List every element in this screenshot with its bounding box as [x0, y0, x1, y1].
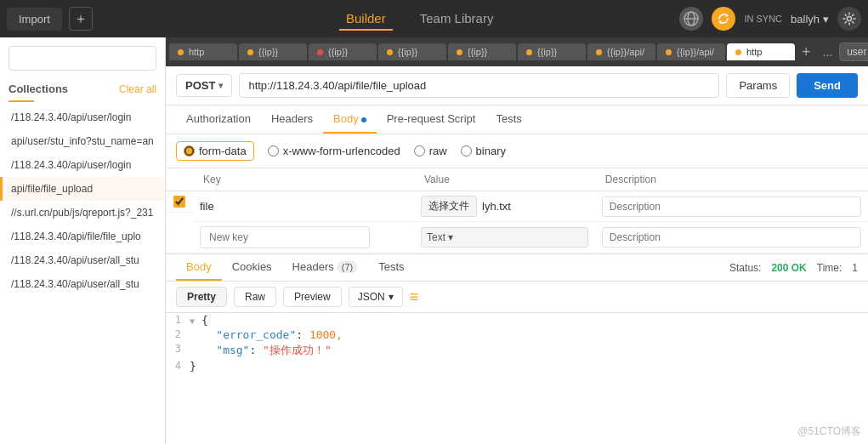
- file-choose-button[interactable]: 选择文件: [421, 196, 477, 217]
- body-option-radio[interactable]: [414, 145, 425, 157]
- content-area: http{{ip}}{{ip}}{{ip}}{{ip}}{{ip}}{{ip}}…: [166, 37, 868, 444]
- new-description-input[interactable]: [602, 227, 861, 248]
- sidebar-search-input[interactable]: [9, 46, 156, 71]
- tab-label: {{ip}}: [328, 47, 348, 57]
- sub-tab-badge: [361, 117, 366, 122]
- tab-status-dot: [666, 49, 672, 55]
- tab-item[interactable]: http: [727, 43, 795, 60]
- user-name: ballyh: [791, 13, 820, 26]
- body-option-label: binary: [476, 145, 506, 157]
- request-bar: POST ▾ Params Send: [166, 66, 868, 105]
- code-line: 3 "msg": "操作成功！": [166, 342, 868, 359]
- wrap-button[interactable]: ≡: [410, 288, 419, 306]
- preview-button[interactable]: Preview: [283, 287, 342, 307]
- body-option-x-www-form-urlencoded[interactable]: x-www-form-urlencoded: [268, 145, 400, 157]
- tab-label: {{ip}}: [537, 47, 557, 57]
- new-tab-button[interactable]: ＋: [69, 7, 93, 31]
- sidebar-item[interactable]: api/user/stu_info?stu_name=an: [0, 129, 165, 153]
- tab-add-button[interactable]: +: [797, 43, 816, 61]
- top-bar-center: Builder Team Library: [167, 8, 672, 31]
- settings-button[interactable]: [837, 7, 861, 31]
- response-tab[interactable]: Cookies: [222, 254, 282, 281]
- import-button[interactable]: Import: [7, 8, 62, 31]
- form-row-description-input[interactable]: [602, 196, 861, 217]
- response-tab[interactable]: Headers(7): [282, 254, 369, 281]
- form-new-row: Text ▾: [166, 222, 868, 253]
- sub-tab[interactable]: Body: [323, 105, 377, 134]
- form-table-wrapper: Key Value Description file选择文件lyh.txtTex…: [166, 168, 868, 254]
- raw-button[interactable]: Raw: [234, 287, 276, 307]
- user-menu-button[interactable]: ballyh ▾: [791, 13, 829, 26]
- sidebar-item[interactable]: /118.24.3.40/api/file/file_uplo: [0, 225, 165, 248]
- sub-tab[interactable]: Authorization: [176, 105, 261, 134]
- body-option-label: raw: [429, 145, 447, 157]
- tab-label: {{ip}}/api/: [607, 47, 644, 57]
- sidebar-item[interactable]: /118.24.3.40/api/user/login: [0, 153, 165, 177]
- tab-item[interactable]: {{ip}}/api/: [587, 43, 655, 60]
- top-bar: Import ＋ Builder Team Library IN SYNC ba…: [0, 0, 868, 37]
- params-button[interactable]: Params: [726, 73, 790, 98]
- tab-status-dot: [735, 49, 741, 55]
- url-input[interactable]: [239, 73, 719, 98]
- new-key-input[interactable]: [200, 226, 370, 248]
- tab-status-dot: [247, 49, 253, 55]
- tab-more-button[interactable]: ...: [818, 45, 838, 59]
- body-option-form-data[interactable]: form-data: [176, 141, 254, 161]
- body-option-raw[interactable]: raw: [414, 145, 447, 157]
- tab-item[interactable]: {{ip}}: [309, 43, 377, 60]
- type-label: Text: [427, 231, 445, 243]
- sub-tab[interactable]: Pre-request Script: [377, 105, 486, 134]
- body-option-binary[interactable]: binary: [461, 145, 506, 157]
- tab-label: http: [189, 47, 204, 57]
- team-library-tab[interactable]: Team Library: [413, 8, 501, 31]
- sub-tab[interactable]: Headers: [261, 105, 323, 134]
- tab-status-dot: [178, 49, 184, 55]
- collections-underline: [9, 100, 34, 102]
- line-content: "msg": "操作成功！": [190, 343, 332, 358]
- sidebar-item[interactable]: //s.url.cn/pub/js/qreport.js?_231: [0, 201, 165, 225]
- sidebar-item[interactable]: /118.24.3.40/api/user/login: [0, 105, 165, 129]
- tab-search-input[interactable]: [839, 43, 868, 61]
- body-option-radio[interactable]: [461, 145, 472, 157]
- format-select[interactable]: JSON ▾: [349, 287, 403, 307]
- body-option-radio[interactable]: [184, 145, 195, 157]
- expand-icon[interactable]: ▼: [190, 316, 200, 326]
- in-sync-label: IN SYNC: [744, 14, 782, 24]
- tab-item[interactable]: {{ip}}: [518, 43, 586, 60]
- tab-item[interactable]: http: [169, 43, 237, 60]
- status-label: Status:: [729, 262, 761, 274]
- line-number: 3: [166, 343, 190, 355]
- line-content: "error_code": 1000,: [190, 328, 343, 341]
- sidebar-item[interactable]: /118.24.3.40/api/user/all_stu: [0, 248, 165, 272]
- response-status: Status:200 OKTime:1: [729, 262, 858, 274]
- col-value: Value: [414, 168, 595, 191]
- sub-tab[interactable]: Tests: [485, 105, 531, 134]
- sidebar-item[interactable]: api/file/file_upload: [0, 177, 165, 201]
- pretty-button[interactable]: Pretty: [176, 287, 227, 307]
- globe-icon[interactable]: [679, 7, 703, 31]
- clear-all-button[interactable]: Clear all: [119, 83, 156, 95]
- tab-item[interactable]: {{ip}}: [378, 43, 446, 60]
- top-bar-left: Import ＋: [7, 7, 160, 31]
- builder-tab[interactable]: Builder: [339, 8, 393, 31]
- code-area: 1▼ {2 "error_code": 1000,3 "msg": "操作成功！…: [166, 313, 868, 444]
- body-option-radio[interactable]: [268, 145, 279, 157]
- form-row-checkbox[interactable]: [173, 196, 185, 208]
- col-key: Key: [193, 168, 414, 191]
- tab-item[interactable]: {{ip}}: [448, 43, 516, 60]
- svg-point-3: [848, 17, 852, 21]
- method-select[interactable]: POST ▾: [176, 74, 232, 97]
- tab-status-dot: [317, 49, 323, 55]
- tab-item[interactable]: {{ip}}: [239, 43, 307, 60]
- tab-item[interactable]: {{ip}}/api/: [657, 43, 725, 60]
- json-colon: :: [249, 344, 263, 356]
- response-tab[interactable]: Body: [176, 254, 222, 281]
- send-button[interactable]: Send: [797, 73, 858, 98]
- sync-status-icon[interactable]: [712, 7, 735, 31]
- line-number: 2: [166, 328, 190, 340]
- response-tab[interactable]: Tests: [368, 254, 414, 281]
- type-select[interactable]: Text ▾: [421, 227, 588, 248]
- sidebar-item[interactable]: /118.24.3.40/api/user/all_stu: [0, 272, 165, 296]
- request-sub-tabs: AuthorizationHeadersBodyPre-request Scri…: [166, 105, 868, 134]
- line-content: ▼ {: [190, 314, 208, 327]
